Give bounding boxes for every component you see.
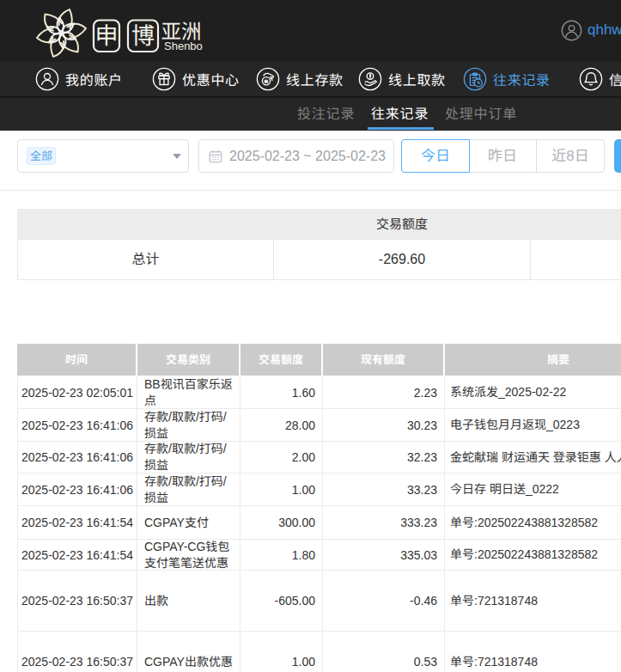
svg-text:博: 博 (131, 17, 155, 51)
svg-text:申: 申 (95, 17, 119, 51)
svg-text:Shenbo: Shenbo (164, 40, 203, 52)
